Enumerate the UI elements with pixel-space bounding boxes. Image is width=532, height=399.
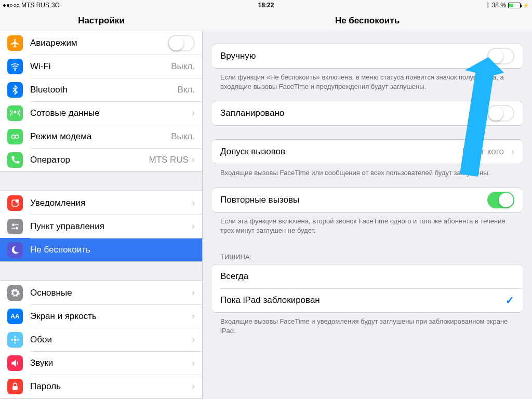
- svg-point-11: [11, 339, 13, 340]
- row-label: Экран и яркость: [30, 311, 189, 322]
- row-label: Wi-Fi: [30, 61, 171, 72]
- manual-switch[interactable]: [487, 48, 514, 64]
- sidebar-item-bluetooth[interactable]: Bluetooth Вкл.: [0, 78, 202, 101]
- allow-calls-footer: Входящие вызовы FaceTime или сообщения о…: [203, 164, 532, 187]
- wifi-icon: [7, 59, 23, 74]
- sidebar-item-sounds[interactable]: Звуки ›: [0, 351, 202, 375]
- clock: 18:22: [258, 2, 274, 9]
- svg-point-5: [16, 200, 19, 202]
- svg-point-2: [11, 135, 15, 138]
- allow-calls-value: Ни от кого: [462, 147, 504, 157]
- svg-point-7: [16, 227, 18, 229]
- checkmark-icon: ✓: [506, 294, 514, 307]
- chevron-right-icon: ›: [511, 147, 514, 157]
- silence-locked-row[interactable]: Пока iPad заблокирован ✓: [212, 288, 523, 312]
- row-label: Режим модема: [30, 131, 171, 142]
- row-label: Авиарежим: [30, 38, 168, 48]
- row-label: Основные: [30, 288, 189, 298]
- row-label: Пароль: [30, 381, 189, 392]
- sidebar-item-cellular[interactable]: Сотовые данные ›: [0, 101, 202, 125]
- charging-icon: ⚡: [523, 3, 529, 8]
- row-label: Оператор: [30, 155, 149, 165]
- repeated-label: Повторные вызовы: [220, 195, 487, 205]
- svg-point-12: [17, 339, 19, 340]
- chevron-right-icon: ›: [192, 357, 195, 368]
- chevron-right-icon: ›: [192, 334, 195, 345]
- row-value: Выкл.: [171, 61, 195, 72]
- carrier-label: MTS RUS: [21, 2, 49, 9]
- silence-header: ТИШИНА:: [203, 245, 532, 264]
- display-icon: AA: [7, 309, 23, 324]
- control-center-icon: [7, 219, 23, 234]
- scheduled-switch[interactable]: [487, 105, 514, 122]
- chevron-right-icon: ›: [192, 311, 195, 322]
- manual-label: Вручную: [220, 51, 487, 61]
- sidebar-item-wifi[interactable]: Wi-Fi Выкл.: [0, 55, 202, 78]
- airplane-switch[interactable]: [168, 35, 195, 51]
- airplane-icon: [7, 35, 23, 51]
- signal-dots-icon: [3, 4, 19, 7]
- sidebar-item-carrier[interactable]: Оператор MTS RUS ›: [0, 148, 202, 171]
- chevron-right-icon: ›: [192, 287, 195, 298]
- row-label: Bluetooth: [30, 85, 177, 95]
- silence-locked-label: Пока iPad заблокирован: [220, 295, 506, 305]
- row-label: Уведомления: [30, 198, 189, 208]
- sidebar-item-display[interactable]: AA Экран и яркость ›: [0, 304, 202, 328]
- row-label: Обои: [30, 335, 189, 345]
- chevron-right-icon: ›: [192, 381, 195, 392]
- svg-point-3: [15, 135, 19, 138]
- chevron-right-icon: ›: [192, 108, 195, 118]
- battery-pct: 38 %: [492, 2, 506, 9]
- row-label: Звуки: [30, 358, 189, 368]
- sidebar-item-notifications[interactable]: Уведомления ›: [0, 191, 202, 215]
- settings-sidebar[interactable]: Авиарежим Wi-Fi Выкл. Bluetooth Вкл.: [0, 31, 203, 399]
- status-bar: MTS RUS 3G 18:22 ᛒ 38 % ⚡: [0, 0, 532, 10]
- sidebar-title: Настройки: [0, 10, 203, 31]
- manual-footer: Если функция «Не беспокоить» включена, в…: [203, 69, 532, 101]
- detail-pane: Вручную Если функция «Не беспокоить» вкл…: [203, 31, 532, 399]
- allow-calls-label: Допуск вызовов: [220, 147, 462, 157]
- svg-point-0: [15, 69, 16, 70]
- sidebar-item-dnd[interactable]: Не беспокоить: [0, 238, 202, 261]
- bluetooth-status-icon: ᛒ: [486, 2, 490, 9]
- sidebar-item-controlcenter[interactable]: Пункт управления ›: [0, 215, 202, 238]
- scheduled-label: Запланировано: [220, 108, 487, 118]
- chevron-right-icon: ›: [192, 197, 195, 208]
- nav-bar: Настройки Не беспокоить: [0, 10, 532, 31]
- svg-point-6: [12, 224, 14, 225]
- chevron-right-icon: ›: [192, 154, 195, 165]
- lock-icon: [7, 379, 23, 394]
- sidebar-item-passcode[interactable]: Пароль ›: [0, 375, 202, 398]
- row-value: MTS RUS: [149, 155, 189, 165]
- chevron-right-icon: ›: [192, 221, 195, 232]
- moon-icon: [7, 242, 23, 258]
- manual-row[interactable]: Вручную: [212, 44, 523, 68]
- repeated-footer: Если эта функция включена, второй звонок…: [203, 212, 532, 245]
- gear-icon: [7, 285, 23, 301]
- silence-footer: Входящие вызовы FaceTime и уведомления б…: [203, 313, 532, 345]
- scheduled-row[interactable]: Запланировано: [212, 101, 523, 125]
- svg-point-1: [14, 111, 16, 112]
- svg-point-10: [14, 342, 16, 343]
- row-value: Выкл.: [171, 131, 195, 142]
- silence-always-row[interactable]: Всегда: [212, 264, 523, 288]
- detail-title: Не беспокоить: [203, 10, 532, 31]
- wallpaper-icon: [7, 332, 23, 348]
- sidebar-item-wallpaper[interactable]: Обои ›: [0, 328, 202, 351]
- svg-point-8: [14, 338, 17, 341]
- repeated-row[interactable]: Повторные вызовы: [212, 188, 523, 212]
- row-label: Пункт управления: [30, 221, 189, 232]
- phone-icon: [7, 152, 23, 168]
- allow-calls-row[interactable]: Допуск вызовов Ни от кого ›: [212, 140, 523, 164]
- notifications-icon: [7, 195, 23, 211]
- sidebar-item-general[interactable]: Основные ›: [0, 281, 202, 304]
- sound-icon: [7, 355, 23, 371]
- sidebar-item-hotspot[interactable]: Режим модема Выкл.: [0, 125, 202, 148]
- silence-always-label: Всегда: [220, 271, 514, 282]
- network-label: 3G: [51, 2, 60, 9]
- row-label: Не беспокоить: [30, 245, 195, 255]
- repeated-switch[interactable]: [487, 192, 514, 208]
- bluetooth-icon: [7, 82, 23, 98]
- sidebar-item-airplane[interactable]: Авиарежим: [0, 31, 202, 55]
- row-value: Вкл.: [177, 85, 195, 95]
